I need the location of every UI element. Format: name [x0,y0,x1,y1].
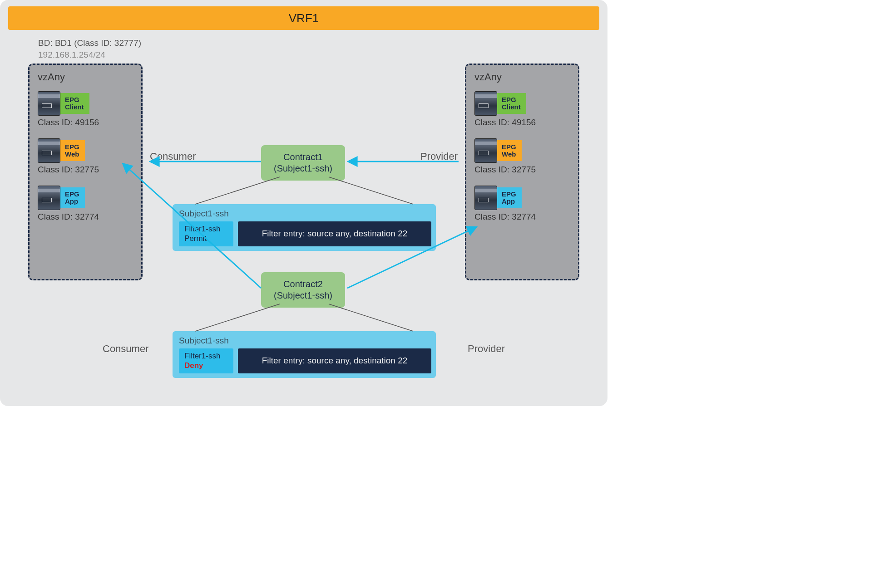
provider-label-bottom: Provider [468,343,505,355]
filter1-entry: Filter entry: source any, destination 22 [238,221,431,246]
epg-web-tag: EPG Web [59,140,85,161]
consumer-label-bottom: Consumer [103,343,148,355]
subject1-box: Subject1-ssh Filter1-ssh Permit Filter e… [173,204,436,251]
filter2-entry: Filter entry: source any, destination 22 [238,348,431,373]
svg-line-5 [329,304,413,331]
svg-line-4 [195,304,280,331]
epg-client-tag: EPG Client [59,93,89,114]
epg-client-classid: Class ID: 49156 [474,118,570,127]
epg-app-classid: Class ID: 32774 [474,212,570,222]
subject2-box: Subject1-ssh Filter1-ssh Deny Filter ent… [173,331,436,378]
epg-client-tag: EPG Client [496,93,526,114]
filter1-info: Filter1-ssh Permit [179,221,233,246]
epg-client-row: EPG Client [38,91,133,116]
consumer-label-top: Consumer [150,151,196,162]
epg-web-classid: Class ID: 32775 [474,165,570,175]
epg-web-row: EPG Web [474,138,570,163]
vrf-banner: VRF1 [8,6,599,30]
contract1-subject: (Subject1-ssh) [274,163,332,174]
epg-web-classid: Class ID: 32775 [38,165,133,175]
epg-web-row: EPG Web [38,138,133,163]
svg-line-3 [329,177,413,204]
provider-label-top: Provider [420,151,458,162]
server-icon [38,138,60,163]
server-icon [38,91,60,116]
epg-client-classid: Class ID: 49156 [38,118,133,127]
contract2-name: Contract2 [274,279,332,290]
subject2-title: Subject1-ssh [179,336,431,346]
vzany-left: vzAny EPG Client Class ID: 49156 EPG Web… [28,64,143,280]
epg-app-row: EPG App [38,186,133,210]
vrf-title: VRF1 [289,11,319,25]
contract1-box: Contract1 (Subject1-ssh) [261,145,345,181]
epg-app-classid: Class ID: 32774 [38,212,133,222]
contract1-name: Contract1 [274,152,332,163]
bd-subnet: 192.168.1.254/24 [38,50,105,60]
server-icon [474,138,497,163]
epg-app-row: EPG App [474,186,570,210]
epg-app-tag: EPG App [496,187,522,208]
server-icon [474,186,497,210]
filter2-info: Filter1-ssh Deny [179,348,233,373]
diagram-container: VRF1 BD: BD1 (Class ID: 32777) 192.168.1… [0,0,607,406]
svg-line-2 [195,177,280,204]
bd-label: BD: BD1 (Class ID: 32777) [38,38,141,48]
vzany-left-title: vzAny [38,71,133,83]
epg-client-row: EPG Client [474,91,570,116]
contract2-subject: (Subject1-ssh) [274,290,332,301]
subject1-title: Subject1-ssh [179,209,431,219]
server-icon [38,186,60,210]
server-icon [474,91,497,116]
contract2-box: Contract2 (Subject1-ssh) [261,272,345,308]
vzany-right-title: vzAny [474,71,570,83]
epg-web-tag: EPG Web [496,140,522,161]
epg-app-tag: EPG App [59,187,85,208]
vzany-right: vzAny EPG Client Class ID: 49156 EPG Web… [465,64,579,280]
